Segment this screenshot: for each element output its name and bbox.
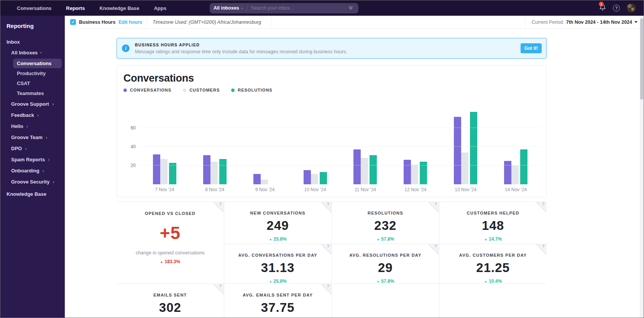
sidebar-group-groove-team[interactable]: Groove Team› [0, 132, 65, 143]
delta-arrow-icon: ▲ [376, 238, 380, 241]
chart-title: Conversations [123, 72, 541, 84]
business-hours-controls: ✓ Business Hours Edit hours [65, 19, 142, 25]
sidebar-item-conversations[interactable]: Conversations [13, 59, 62, 68]
chevron-right-icon: › [48, 157, 49, 162]
sidebar-group-groove-security[interactable]: Groove Security› [0, 176, 65, 187]
bar-customers [160, 159, 168, 184]
chevron-right-icon: › [53, 179, 54, 184]
bar-resolutions [370, 155, 377, 184]
card-help-icon[interactable]: ? [321, 244, 332, 254]
bar-conversations [203, 155, 210, 184]
card-emails-sent: ? EMAILS SENT 302 ▼1.3% [117, 284, 224, 318]
sidebar-section-inbox[interactable]: Inbox [0, 37, 65, 47]
legend-dot [123, 89, 127, 92]
search-input[interactable] [251, 5, 347, 11]
sidebar-group-groove-support[interactable]: Groove Support› [0, 98, 65, 110]
sidebar-item-teammates[interactable]: Teammates [13, 89, 62, 98]
filter-icon[interactable] [347, 5, 355, 11]
sidebar-item-csat[interactable]: CSAT [13, 79, 62, 88]
chevron-right-icon: › [26, 124, 28, 129]
scrollbar-thumb[interactable] [640, 18, 643, 100]
bar-customers [461, 152, 468, 184]
sidebar-group-spam-reports[interactable]: Spam Reports› [0, 154, 65, 165]
empty-cell [439, 284, 547, 318]
card-resolutions: ? RESOLUTIONS 232 ▲57.8% [332, 202, 439, 244]
card-help-icon[interactable]: ? [321, 284, 332, 294]
x-axis-label: 9 Nov '24 [240, 187, 290, 192]
sidebar-group-onboarding[interactable]: Onboarding› [0, 165, 65, 176]
x-axis-label: 14 Nov '24 [491, 187, 541, 192]
chevron-right-icon: › [46, 135, 47, 140]
reporting-sidebar: Reporting Inbox All Inboxes › Conversati… [0, 16, 65, 318]
sidebar-section-knowledge-base[interactable]: Knowledge Base [0, 187, 65, 201]
legend-conversations[interactable]: CONVERSATIONS [123, 88, 171, 92]
delta-arrow-icon: ▲ [269, 238, 272, 241]
card-help-icon[interactable]: ? [321, 202, 332, 212]
all-inboxes-label: All Inboxes [11, 50, 38, 56]
sidebar-all-inboxes[interactable]: All Inboxes › [0, 47, 65, 58]
search-scope-dropdown[interactable]: All inboxes › [214, 5, 243, 11]
bar-resolutions [520, 149, 527, 184]
notifications-button[interactable]: 1 [599, 4, 606, 12]
gridline: 40 [140, 146, 541, 147]
sidebar-group-feedback[interactable]: Feedback› [0, 110, 65, 121]
info-icon: i [122, 44, 130, 52]
chevron-right-icon: › [37, 113, 39, 118]
nav-knowledge-base[interactable]: Knowledge Base [92, 5, 146, 11]
delta-arrow-icon: ▲ [484, 238, 487, 241]
app-window: Conversations Reports Knowledge Base App… [0, 0, 644, 318]
card-help-icon[interactable]: ? [429, 202, 439, 212]
nav-right-icons: 1 ? [599, 3, 644, 13]
chart-plot: 204060 [123, 103, 541, 184]
card-help-icon[interactable]: ? [536, 244, 547, 254]
delta-arrow-icon: ▲ [160, 260, 163, 264]
card-help-icon[interactable]: ? [214, 284, 224, 294]
card-opened-vs-closed: ? OPENED VS CLOSED +5 change in opened c… [117, 202, 224, 284]
bar-resolutions [169, 163, 176, 184]
card-avg-conversations-per-day: ? AVG. CONVERSATIONS PER DAY 31.13 ▲25.8… [224, 244, 332, 284]
nav-reports[interactable]: Reports [59, 5, 92, 11]
x-axis-label: 12 Nov '24 [390, 187, 440, 192]
legend-customers[interactable]: CUSTOMERS [183, 88, 220, 92]
legend-resolutions[interactable]: RESOLUTIONS [231, 88, 272, 92]
card-help-icon[interactable]: ? [536, 202, 547, 212]
search-scope-label: All inboxes [214, 5, 239, 11]
delta-arrow-icon: ▲ [376, 280, 380, 283]
card-help-icon[interactable]: ? [214, 202, 224, 212]
user-avatar[interactable] [627, 3, 636, 13]
card-help-icon[interactable]: ? [429, 244, 439, 254]
sidebar-group-dpo[interactable]: DPO› [0, 143, 65, 154]
current-period-label: Current Period: [532, 20, 564, 25]
bar-customers [411, 165, 418, 184]
bar-customers [511, 166, 519, 184]
empty-cell [332, 284, 439, 318]
nav-apps[interactable]: Apps [146, 5, 174, 11]
sidebar-title: Reporting [0, 21, 65, 37]
bar-group [190, 103, 240, 184]
delta-arrow-icon: ▲ [269, 280, 272, 283]
chart-legend: CONVERSATIONS CUSTOMERS RESOLUTIONS [123, 88, 541, 92]
edit-hours-link[interactable]: Edit hours [118, 20, 142, 25]
divider [271, 16, 271, 29]
bar-group [290, 103, 340, 184]
bar-conversations [504, 161, 511, 184]
bar-customers [361, 158, 368, 184]
got-it-button[interactable]: Got it! [521, 43, 542, 53]
help-icon[interactable]: ? [613, 5, 620, 11]
business-hours-checkbox[interactable]: ✓ [70, 19, 76, 25]
x-axis-label: 8 Nov '24 [190, 187, 240, 192]
vertical-scrollbar [640, 16, 644, 318]
nav-conversations[interactable]: Conversations [10, 5, 59, 11]
report-body: i BUSINESS HOURS APPLIED Message ratings… [65, 29, 644, 318]
current-period: Current Period: 7th Nov 2024 - 14th Nov … [525, 16, 644, 29]
bar-resolutions [320, 172, 327, 184]
sidebar-group-hello[interactable]: Hello› [0, 121, 65, 132]
bar-customers [311, 174, 318, 184]
sidebar-item-productivity[interactable]: Productivity [13, 69, 62, 78]
chevron-down-icon: › [240, 7, 245, 9]
card-avg-customers-per-day: ? AVG. CUSTOMERS PER DAY 21.25 ▲10.4% [439, 244, 547, 284]
current-period-dropdown[interactable]: 7th Nov 2024 - 14th Nov 2024 [566, 20, 637, 25]
bar-customers [261, 180, 268, 184]
chevron-right-icon: › [52, 102, 54, 107]
content-column: ✓ Business Hours Edit hours Timezone Use… [65, 16, 644, 318]
